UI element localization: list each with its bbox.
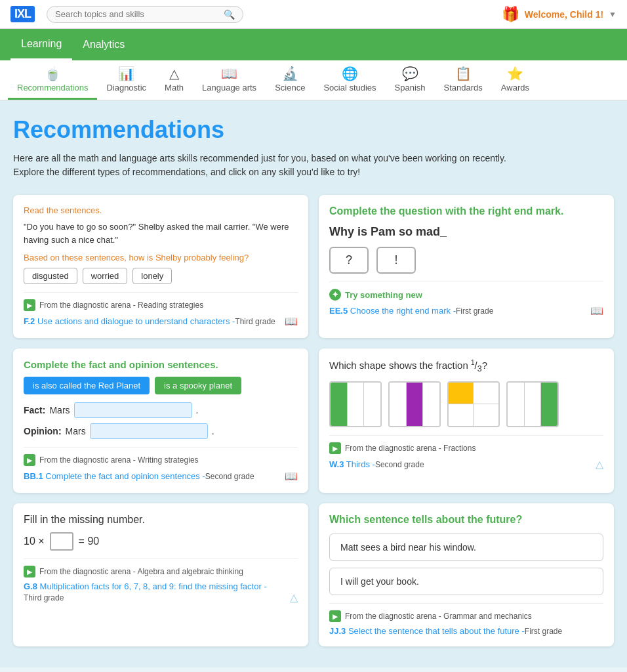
card6-skill-link[interactable]: JJ.3 Select the sentence that tells abou… [329,626,525,636]
tab-social-studies[interactable]: 🌐 Social studies [314,60,385,100]
card4-source: ▶ From the diagnostic arena - Fractions [329,442,603,454]
card2-question: Why is Pam so mad_ [329,225,603,239]
search-icon: 🔍 [224,9,235,20]
book-icon-1: 📖 [285,315,298,327]
card-future-sentence: Which sentence tells about the future? M… [319,503,614,646]
card5-skill-desc: Multiplication facts for 6, 7, 8, and 9:… [40,581,262,591]
card5-skill-code: G.8 [24,581,37,591]
tab-diagnostic-label: Diagnostic [106,83,146,93]
source-icon-3: ▶ [24,454,35,466]
chip-red-planet[interactable]: is also called the Red Planet [24,377,150,394]
welcome-text: Welcome, Child 1! [525,9,603,20]
logo-text: IXL [10,6,35,22]
nav-analytics[interactable]: Analytics [72,29,135,60]
card-reading: Read the sentences. "Do you have to go s… [13,195,308,338]
card3-footer: ▶ From the diagnostic arena - Writing st… [24,447,298,482]
fraction-option-4[interactable] [506,381,559,427]
card3-opinion-blank[interactable] [90,423,208,439]
card4-source-label: From the diagnostic arena - Fractions [345,444,475,453]
card6-title: Which sentence tells about the future? [329,514,603,526]
tab-nav: 🍵 Recommendations 📊 Diagnostic △ Math 📖 … [0,60,627,100]
card6-skill-desc: Select the sentence that tells about the… [348,626,519,636]
card1-skill-link[interactable]: F.2 Use actions and dialogue to understa… [24,316,235,326]
source-icon: ▶ [24,299,35,311]
card2-title-bold: question [399,205,443,217]
fraction-option-1[interactable] [329,381,382,427]
try-new-icon: ✦ [329,289,341,301]
card1-skill-grade: Third grade [235,317,275,326]
card2-skill-link[interactable]: EE.5 Choose the right end mark - [329,306,456,316]
card1-skill-code: F.2 [24,316,35,326]
card6-source: ▶ From the diagnostic arena - Grammar an… [329,610,603,622]
tab-math[interactable]: △ Math [155,60,193,100]
card4-choices [329,381,603,427]
card3-skill-grade: Second grade [205,472,254,481]
card2-title-pre: Complete the [329,205,399,217]
tab-social-studies-label: Social studies [323,83,376,93]
tab-spanish[interactable]: 💬 Spanish [386,60,435,100]
choice-lonely[interactable]: lonely [132,268,172,284]
card6-skill-grade: First grade [525,627,562,636]
user-dropdown-arrow[interactable]: ▼ [609,10,617,19]
science-icon: 🔬 [282,66,298,81]
card5-skill-grade: Third grade [24,593,64,602]
choice-question-mark[interactable]: ? [329,247,369,274]
card3-fact-blank[interactable] [74,402,192,418]
card4-skill-link[interactable]: W.3 Thirds - [329,459,375,469]
card-end-mark: Complete the question with the right end… [319,195,614,338]
card3-opinion-sentence: Opinion: Mars . [24,423,298,439]
card4-footer: ▶ From the diagnostic arena - Fractions … [329,435,603,471]
tab-recommendations[interactable]: 🍵 Recommendations [8,60,97,100]
math-icon: △ [169,66,179,81]
card3-opinion-subject: Mars [66,426,86,436]
card3-fact-subject: Mars [49,405,70,415]
card1-prompt: Based on these sentences, how is Shelby … [24,253,298,262]
tab-science[interactable]: 🔬 Science [266,60,314,100]
card1-choices: disgusted worried lonely [24,268,298,284]
card6-option-2[interactable]: I will get your book. [329,568,603,595]
source-icon-5: ▶ [24,566,35,578]
search-bar[interactable]: 🔍 [47,6,243,23]
card3-opinion-label: Opinion: [24,426,62,436]
card5-source: ▶ From the diagnostic arena - Algebra an… [24,566,298,578]
card2-title: Complete the question with the right end… [329,205,603,217]
card5-skill-link[interactable]: G.8 Multiplication facts for 6, 7, 8, an… [24,581,267,591]
card3-fact-label: Fact: [24,405,45,415]
fraction-option-2[interactable] [388,381,441,427]
card3-fact-sentence: Fact: Mars . [24,402,298,418]
choice-worried[interactable]: worried [83,268,128,284]
card6-option-1[interactable]: Matt sees a bird near his window. [329,534,603,561]
card3-skill-link[interactable]: BB.1 Complete the fact and opinion sente… [24,471,205,481]
card6-footer: ▶ From the diagnostic arena - Grammar an… [329,603,603,636]
page-title: Recommendations [13,116,614,144]
nav-learning[interactable]: Learning [10,29,72,60]
tab-standards[interactable]: 📋 Standards [435,60,492,100]
page-description: Here are all the math and language arts … [13,152,538,179]
card5-blank[interactable] [50,532,73,551]
spanish-icon: 💬 [402,66,418,81]
social-studies-icon: 🌐 [342,66,358,81]
card3-skill-code: BB.1 [24,471,43,481]
card3-prompt: Complete the fact and opinion sentences. [24,359,298,370]
card4-question: Which shape shows the fraction 1/3? [329,359,603,373]
standards-icon: 📋 [455,66,472,81]
card6-skill-code: JJ.3 [329,626,346,636]
card2-skill-desc: Choose the right end mark [350,306,451,316]
search-input[interactable] [55,9,221,19]
choice-disgusted[interactable]: disgusted [24,268,77,284]
card2-choices: ? ! [329,247,603,274]
tab-language-arts[interactable]: 📖 Language arts [193,60,266,100]
fraction-option-3[interactable] [447,381,500,427]
tab-awards[interactable]: ⭐ Awards [492,60,538,100]
choice-exclamation[interactable]: ! [376,247,416,274]
logo: IXL [10,6,36,22]
chip-spooky-planet[interactable]: is a spooky planet [155,377,241,394]
tab-diagnostic[interactable]: 📊 Diagnostic [97,60,155,100]
try-new-badge: ✦ Try something new [329,289,422,301]
card1-footer: ▶ From the diagnostic arena - Reading st… [24,292,298,327]
book-icon-2: 📖 [590,304,603,317]
tab-awards-label: Awards [501,83,529,93]
book-icon-3: 📖 [285,470,298,482]
tab-science-label: Science [275,83,305,93]
tab-standards-label: Standards [444,83,483,93]
